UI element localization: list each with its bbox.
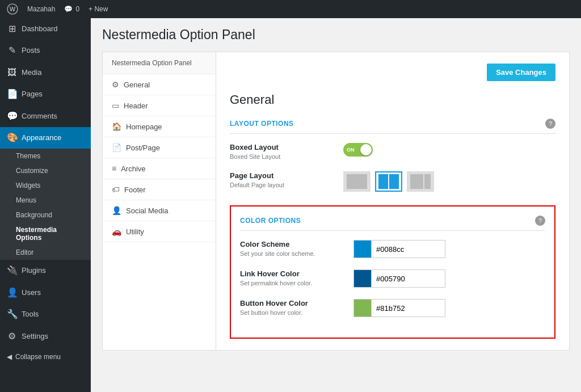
layout-option-2col-r[interactable] — [407, 171, 434, 192]
color-scheme-row: Color Scheme Set your site color scheme. — [240, 240, 545, 258]
users-icon: 👤 — [7, 286, 17, 299]
sidebar-item-posts-label: Posts — [22, 45, 40, 56]
page-layout-control — [343, 171, 555, 192]
layout-option-2col-r-visual — [410, 174, 431, 189]
color-scheme-swatch[interactable] — [353, 240, 372, 258]
sidebar-item-comments[interactable]: 💬 Comments — [0, 106, 91, 127]
layout-section-label: LAYOUT OPTIONS — [230, 120, 294, 128]
panel-nav-post-page[interactable]: 📄 Post/Page — [103, 137, 216, 158]
panel-nav-archive[interactable]: ≡ Archive — [103, 158, 216, 179]
color-help-icon[interactable]: ? — [535, 216, 545, 226]
link-hover-swatch[interactable] — [353, 269, 372, 288]
panel-content: Save Changes General LAYOUT OPTIONS ? Bo… — [216, 52, 569, 350]
button-hover-control — [353, 299, 545, 317]
color-section-header: COLOR OPTIONS ? — [240, 216, 545, 231]
button-hover-color-row: Button Hover Color Set button hover colo… — [240, 299, 545, 317]
color-scheme-control — [353, 240, 545, 258]
plugins-icon: 🔌 — [7, 264, 17, 277]
sidebar-item-tools[interactable]: 🔧 Tools — [0, 304, 91, 325]
page-title: Nestermedia Option Panel — [102, 27, 570, 43]
submenu-background[interactable]: Background — [0, 208, 91, 222]
panel-nav-social-media[interactable]: 👤 Social Media — [103, 200, 216, 221]
wp-logo-item[interactable]: W — [7, 3, 18, 15]
panel-nav: Nestermedia Option Panel ⚙ General ▭ Hea… — [103, 52, 216, 350]
comment-count: 0 — [75, 5, 79, 13]
collapse-menu[interactable]: ◀ Collapse menu — [0, 347, 91, 366]
boxed-layout-toggle[interactable]: ON — [343, 143, 373, 157]
comments-item[interactable]: 💬 0 — [64, 5, 79, 13]
settings-icon: ⚙ — [7, 330, 17, 343]
sidebar-item-users[interactable]: 👤 Users — [0, 282, 91, 304]
sidebar-item-settings[interactable]: ⚙ Settings — [0, 326, 91, 347]
submenu-editor[interactable]: Editor — [0, 245, 91, 260]
panel-nav-general[interactable]: ⚙ General — [103, 74, 216, 95]
boxed-layout-desc: Boxed Site Layout — [230, 153, 332, 160]
layout-option-1col[interactable] — [343, 171, 371, 192]
homepage-nav-icon: 🏠 — [112, 122, 121, 131]
post-page-nav-icon: 📄 — [112, 143, 121, 152]
panel-nav-utility[interactable]: 🚗 Utility — [103, 221, 216, 242]
layout-section-header: LAYOUT OPTIONS ? — [230, 119, 555, 134]
col-main — [410, 174, 423, 189]
boxed-layout-labels: Boxed Layout Boxed Site Layout — [230, 143, 332, 160]
color-scheme-desc: Set your site color scheme. — [240, 250, 342, 257]
new-label: + New — [89, 5, 108, 13]
panel-nav-header-item[interactable]: ▭ Header — [103, 95, 216, 116]
submenu-menus[interactable]: Menus — [0, 193, 91, 208]
tools-icon: 🔧 — [7, 308, 17, 321]
submenu-nestermedia-options[interactable]: Nestermedia Options — [0, 222, 91, 245]
footer-nav-icon: 🏷 — [112, 185, 120, 194]
svg-text:W: W — [10, 6, 16, 12]
button-hover-input[interactable] — [372, 299, 445, 317]
button-hover-input-group — [353, 299, 445, 317]
sidebar-item-pages[interactable]: 📄 Pages — [0, 83, 91, 105]
sidebar-item-appearance[interactable]: 🎨 Appearance — [0, 127, 91, 149]
collapse-arrow-icon: ◀ — [7, 353, 12, 361]
new-item[interactable]: + New — [89, 5, 108, 13]
dashboard-icon: ⊞ — [7, 23, 17, 35]
button-hover-labels: Button Hover Color Set button hover colo… — [240, 299, 342, 316]
site-name-item[interactable]: Mazahah — [27, 5, 55, 13]
comment-icon: 💬 — [64, 5, 73, 13]
submenu-widgets[interactable]: Widgets — [0, 178, 91, 193]
save-changes-button[interactable]: Save Changes — [487, 64, 555, 81]
sidebar-item-media[interactable]: 🖼 Media — [0, 62, 91, 83]
comments-nav-icon: 💬 — [7, 110, 17, 123]
layout-options-group — [343, 171, 434, 192]
panel-nav-homepage[interactable]: 🏠 Homepage — [103, 116, 216, 137]
button-hover-label: Button Hover Color — [240, 299, 342, 307]
collapse-label: Collapse menu — [15, 353, 61, 361]
archive-nav-icon: ≡ — [112, 164, 116, 173]
save-btn-row: Save Changes — [230, 64, 555, 81]
page-layout-labels: Page Layout Default Page layout — [230, 171, 332, 188]
wp-logo-icon: W — [7, 3, 18, 15]
boxed-layout-label: Boxed Layout — [230, 143, 332, 151]
layout-option-2col[interactable] — [375, 171, 402, 192]
link-hover-input[interactable] — [372, 269, 445, 288]
button-hover-swatch[interactable] — [353, 299, 372, 317]
sidebar-item-plugins[interactable]: 🔌 Plugins — [0, 260, 91, 281]
color-scheme-input[interactable] — [372, 240, 445, 258]
sidebar-item-dashboard[interactable]: ⊞ Dashboard — [0, 18, 91, 40]
submenu-themes[interactable]: Themes — [0, 149, 91, 163]
panel-nav-general-label: General — [124, 81, 150, 89]
link-hover-label: Link Hover Color — [240, 269, 342, 278]
sidebar: ⊞ Dashboard ✎ Posts 🖼 Media 📄 Pages 💬 Co… — [0, 18, 91, 392]
link-hover-labels: Link Hover Color Set permalink hover col… — [240, 269, 342, 286]
page-layout-label: Page Layout — [230, 171, 332, 180]
sidebar-item-posts[interactable]: ✎ Posts — [0, 40, 91, 61]
site-name: Mazahah — [27, 5, 55, 13]
layout-help-icon[interactable]: ? — [545, 119, 555, 129]
submenu-customize[interactable]: Customize — [0, 163, 91, 178]
color-scheme-labels: Color Scheme Set your site color scheme. — [240, 240, 342, 257]
layout-option-1col-visual — [347, 174, 367, 189]
content-area: Nestermedia Option Panel Nestermedia Opt… — [91, 18, 581, 392]
col-side — [424, 174, 431, 189]
panel-nav-footer[interactable]: 🏷 Footer — [103, 179, 216, 200]
button-hover-desc: Set button hover color. — [240, 309, 342, 316]
sidebar-item-media-label: Media — [22, 68, 41, 78]
layout-option-2col-visual — [378, 174, 399, 189]
main-wrapper: ⊞ Dashboard ✎ Posts 🖼 Media 📄 Pages 💬 Co… — [0, 18, 581, 392]
panel-nav-homepage-label: Homepage — [126, 123, 162, 131]
link-hover-desc: Set permalink hover color. — [240, 280, 342, 286]
